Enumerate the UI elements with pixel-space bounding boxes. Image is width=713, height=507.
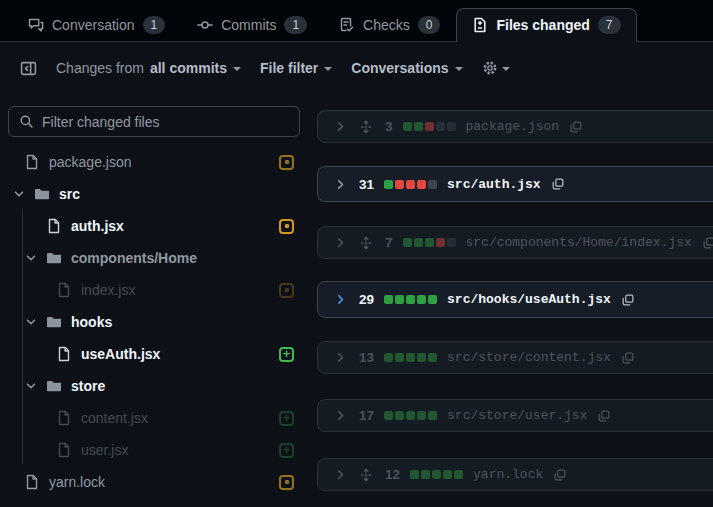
tree-item-content-jsx[interactable]: content.jsx	[8, 402, 300, 434]
copy-icon[interactable]	[702, 236, 713, 250]
diffstat-square	[395, 411, 404, 420]
modified-status-icon	[279, 155, 294, 170]
tree-item-label: auth.jsx	[71, 218, 124, 234]
tab-files-changed[interactable]: Files changed 7	[456, 8, 636, 42]
folder-icon	[46, 250, 62, 266]
counter-badge: 1	[284, 16, 307, 34]
counter-badge: 1	[143, 16, 166, 34]
changes-count: 29	[359, 292, 374, 307]
file-row-src-auth-jsx[interactable]: 31 src/auth.jsx	[317, 166, 713, 202]
tree-item-label: store	[71, 378, 105, 394]
chevron-right-icon[interactable]	[334, 178, 347, 191]
diffstat-square	[406, 411, 415, 420]
chevron-down-icon[interactable]	[12, 187, 34, 201]
diffstat-square	[410, 470, 419, 479]
chevron-down-icon[interactable]	[24, 379, 46, 393]
tree-item-label: hooks	[71, 314, 112, 330]
diff-toolbar: Changes from all commits File filter Con…	[0, 42, 713, 94]
filter-files-searchbox[interactable]	[8, 106, 300, 137]
tab-commits[interactable]: Commits 1	[181, 7, 323, 41]
tree-item-src[interactable]: src	[8, 178, 300, 210]
copy-icon[interactable]	[551, 177, 565, 191]
tree-item-label: index.jsx	[81, 282, 135, 298]
checklist-icon	[339, 17, 355, 33]
tree-item-index-jsx[interactable]: index.jsx	[8, 274, 300, 306]
tab-label: Conversation	[52, 17, 135, 33]
diffstat-square	[395, 180, 404, 189]
tree-item-auth-jsx[interactable]: auth.jsx	[8, 210, 300, 242]
file-row-package-json[interactable]: 3 package.json	[317, 110, 713, 143]
diffstat-square	[447, 238, 456, 247]
tab-label: Commits	[221, 17, 276, 33]
file-row-index-jsx[interactable]: 7 src/components/Home/index.jsx	[317, 226, 713, 259]
changes-count: 17	[359, 408, 374, 423]
diffstat-squares	[403, 122, 456, 131]
tab-conversation[interactable]: Conversation 1	[12, 7, 181, 41]
tree-item-user-jsx[interactable]: user.jsx	[8, 434, 300, 466]
chevron-right-icon[interactable]	[334, 468, 347, 481]
comment-discussion-icon	[28, 17, 44, 33]
counter-badge: 0	[418, 16, 441, 34]
chevron-right-icon[interactable]	[334, 351, 347, 364]
file-row-user-jsx[interactable]: 17 src/store/user.jsx	[317, 399, 713, 432]
diffstat-squares	[403, 238, 456, 247]
git-commit-icon	[197, 17, 213, 33]
changes-count: 7	[385, 235, 393, 250]
tree-item-hooks[interactable]: hooks	[8, 306, 300, 338]
pr-tab-bar: Conversation 1 Commits 1 Checks 0	[0, 0, 713, 42]
tree-item-yarn-lock[interactable]: yarn.lock	[8, 466, 300, 498]
copy-icon[interactable]	[597, 409, 611, 423]
filter-changed-files-input[interactable]	[42, 114, 289, 130]
tree-item-label: yarn.lock	[49, 474, 105, 490]
diffstat-square	[417, 411, 426, 420]
sidebar-toggle-button[interactable]	[20, 60, 37, 77]
copy-icon[interactable]	[569, 120, 583, 134]
tree-item-store[interactable]: store	[8, 370, 300, 402]
file-row-content-jsx[interactable]: 13 src/store/content.jsx	[317, 341, 713, 374]
diffstat-square	[384, 180, 393, 189]
file-icon	[56, 346, 72, 362]
tree-item-useauth-jsx[interactable]: useAuth.jsx	[8, 338, 300, 370]
file-row-useauth-jsx[interactable]: 29 src/hooks/useAuth.jsx	[317, 281, 713, 318]
file-path: src/auth.jsx	[447, 177, 541, 192]
diffstat-square	[403, 122, 412, 131]
diffstat-square	[454, 470, 463, 479]
changes-from-dropdown[interactable]: Changes from all commits	[56, 60, 241, 76]
diff-settings-dropdown[interactable]	[482, 60, 510, 76]
conversations-dropdown[interactable]: Conversations	[351, 60, 462, 76]
tree-item-components-home[interactable]: components/Home	[8, 242, 300, 274]
folder-icon	[34, 186, 50, 202]
sidebar-collapse-icon	[20, 60, 37, 77]
file-row-yarn-lock[interactable]: 12 yarn.lock	[317, 458, 713, 491]
diffstat-square	[428, 180, 437, 189]
diffstat-square	[421, 470, 430, 479]
added-status-icon	[279, 411, 294, 426]
tab-label: Files changed	[496, 17, 589, 33]
diffstat-square	[436, 122, 445, 131]
file-path: src/store/content.jsx	[447, 350, 611, 365]
chevron-down-icon[interactable]	[24, 251, 46, 265]
chevron-right-icon[interactable]	[334, 293, 347, 306]
diffstat-square	[395, 295, 404, 304]
tab-checks[interactable]: Checks 0	[323, 7, 456, 41]
chevron-right-icon[interactable]	[334, 236, 347, 249]
tree-item-package-json[interactable]: package.json	[8, 146, 300, 178]
unfold-icon	[359, 120, 373, 134]
file-filter-dropdown[interactable]: File filter	[260, 60, 332, 76]
copy-icon[interactable]	[553, 468, 567, 482]
folder-icon	[46, 378, 62, 394]
changes-from-label: Changes from	[56, 60, 144, 76]
copy-icon[interactable]	[621, 293, 635, 307]
diffstat-square	[406, 295, 415, 304]
added-status-icon	[279, 443, 294, 458]
unfold-icon	[359, 236, 373, 250]
file-path: package.json	[466, 119, 560, 134]
chevron-right-icon[interactable]	[334, 409, 347, 422]
diffstat-squares	[384, 411, 437, 420]
chevron-down-icon[interactable]	[24, 315, 46, 329]
copy-icon[interactable]	[621, 351, 635, 365]
file-icon	[56, 442, 72, 458]
chevron-right-icon[interactable]	[334, 120, 347, 133]
pull-request-files-changed-page: Conversation 1 Commits 1 Checks 0	[0, 0, 713, 507]
diffstat-square	[428, 295, 437, 304]
